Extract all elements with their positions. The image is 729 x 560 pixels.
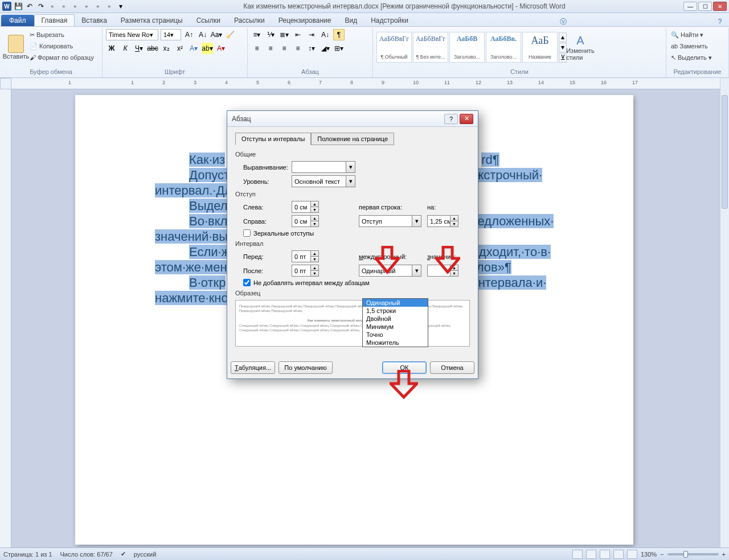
text-effects-icon[interactable]: A▾ (188, 43, 199, 54)
mirror-indents-checkbox[interactable] (243, 229, 251, 237)
tab-layout[interactable]: Разметка страницы (114, 15, 190, 26)
show-marks-icon[interactable]: ¶ (333, 29, 345, 40)
superscript-icon[interactable]: x² (174, 43, 186, 54)
dialog-close-button[interactable]: ✕ (460, 114, 473, 124)
cut-button[interactable]: ✂Вырезать (28, 29, 95, 40)
styles-up-icon[interactable]: ▴ (559, 32, 567, 42)
view-draft-icon[interactable] (627, 550, 637, 559)
qat-btn[interactable]: ▫ (105, 2, 114, 11)
align-right-icon[interactable]: ≡ (279, 43, 290, 54)
borders-icon[interactable]: ⊞▾ (333, 43, 345, 54)
undo-icon[interactable]: ↶ (25, 2, 34, 11)
close-button[interactable]: ✕ (713, 2, 727, 11)
select-button[interactable]: ↖Выделить▾ (670, 52, 725, 63)
replace-button[interactable]: abЗаменить (670, 40, 725, 52)
spin-down-icon[interactable]: ▼ (450, 221, 458, 227)
qat-btn[interactable]: ▫ (71, 2, 80, 11)
copy-button[interactable]: 📄Копировать (28, 40, 95, 52)
qat-more-icon[interactable]: ▾ (116, 2, 125, 11)
tabs-button[interactable]: Табуляция... (231, 361, 275, 374)
zoom-slider[interactable] (667, 553, 719, 555)
qat-btn[interactable]: ▫ (82, 2, 91, 11)
tab-view[interactable]: Вид (338, 15, 364, 26)
dropdown-option[interactable]: Множитель (363, 339, 428, 347)
view-web-icon[interactable] (600, 550, 610, 559)
align-left-icon[interactable]: ≡ (251, 43, 263, 54)
view-full-screen-icon[interactable] (586, 550, 596, 559)
chevron-down-icon[interactable]: ▾ (346, 176, 355, 187)
paste-button[interactable]: Вставить (3, 29, 28, 65)
horizontal-ruler[interactable]: 11234567891011121314151617 (11, 78, 720, 89)
tab-insert[interactable]: Вставка (75, 15, 114, 26)
spin-up-icon[interactable]: ▲ (310, 251, 318, 257)
zoom-handle[interactable] (683, 551, 688, 558)
font-size-combo[interactable]: 14▾ (161, 29, 181, 40)
dropdown-option[interactable]: Одинарный (363, 299, 428, 307)
qat-btn[interactable]: ▫ (93, 2, 103, 11)
format-painter-button[interactable]: 🖌Формат по образцу (28, 52, 95, 63)
shrink-font-icon[interactable]: A↓ (197, 29, 208, 40)
tab-references[interactable]: Ссылки (190, 15, 227, 26)
level-combo[interactable]: Основной текст▾ (292, 175, 355, 187)
status-language[interactable]: русский (134, 551, 156, 558)
minimize-ribbon-icon[interactable]: ⓥ (559, 17, 568, 26)
vertical-ruler[interactable] (0, 89, 11, 547)
grow-font-icon[interactable]: A↑ (183, 29, 195, 40)
spin-up-icon[interactable]: ▲ (450, 216, 458, 221)
zoom-level[interactable]: 130% (641, 551, 657, 558)
spin-up-icon[interactable]: ▲ (310, 216, 318, 221)
underline-icon[interactable]: Ч▾ (133, 43, 145, 54)
dropdown-option[interactable]: Точно (363, 331, 428, 339)
ruler-corner[interactable] (0, 78, 11, 89)
align-center-icon[interactable]: ≡ (265, 43, 276, 54)
decrease-indent-icon[interactable]: ⇤ (292, 29, 304, 40)
style-heading2[interactable]: АаБбВв.Заголово... (486, 32, 521, 63)
highlight-icon[interactable]: ab▾ (202, 43, 213, 54)
styles-down-icon[interactable]: ▾ (559, 43, 567, 52)
set-default-button[interactable]: По умолчанию (279, 361, 333, 374)
qat-btn[interactable]: ▫ (48, 2, 57, 11)
multilevel-icon[interactable]: ≣▾ (279, 29, 290, 40)
spin-down-icon[interactable]: ▼ (310, 221, 318, 227)
shading-icon[interactable]: ◢▾ (320, 43, 331, 54)
first-line-combo[interactable]: Отступ▾ (359, 215, 421, 227)
find-button[interactable]: 🔍Найти▾ (670, 29, 725, 40)
tab-home[interactable]: Главная (34, 14, 75, 26)
spin-down-icon[interactable]: ▼ (310, 257, 318, 262)
font-name-combo[interactable]: Times New Ro▾ (106, 29, 158, 40)
dialog-titlebar[interactable]: Абзац ? ✕ (227, 111, 478, 127)
view-print-layout-icon[interactable] (572, 550, 583, 559)
line-spacing-icon[interactable]: ↕▾ (306, 43, 317, 54)
change-case-icon[interactable]: Aa▾ (211, 29, 222, 40)
vertical-scrollbar[interactable] (720, 78, 729, 547)
first-line-by-spinner[interactable]: 1,25 см▲▼ (427, 215, 458, 227)
spin-up-icon[interactable]: ▲ (310, 265, 318, 271)
numbering-icon[interactable]: ⅟▾ (265, 29, 276, 40)
help-icon[interactable]: ? (715, 17, 724, 26)
dropdown-option[interactable]: Минимум (363, 323, 428, 331)
style-normal[interactable]: АаБбВвГг¶ Обычный (376, 32, 412, 63)
cancel-button[interactable]: Отмена (430, 361, 474, 374)
space-before-spinner[interactable]: 0 пт▲▼ (292, 250, 319, 262)
indent-left-spinner[interactable]: 0 см▲▼ (292, 201, 319, 213)
minimize-button[interactable]: — (683, 2, 697, 11)
font-color-icon[interactable]: A▾ (215, 43, 227, 54)
strike-icon[interactable]: abc (147, 43, 158, 54)
chevron-down-icon[interactable]: ▾ (412, 265, 421, 276)
italic-icon[interactable]: К (120, 43, 131, 54)
spin-down-icon[interactable]: ▼ (310, 271, 318, 276)
status-words[interactable]: Число слов: 67/67 (60, 551, 113, 558)
dialog-tab-indents[interactable]: Отступы и интервалы (235, 133, 311, 145)
qat-btn[interactable]: ▫ (59, 2, 68, 11)
zoom-in-icon[interactable]: + (722, 551, 726, 558)
tab-addins[interactable]: Надстройки (364, 15, 415, 26)
increase-indent-icon[interactable]: ⇥ (306, 29, 317, 40)
change-styles-button[interactable]: A Изменить стили (568, 29, 593, 65)
tab-file[interactable]: Файл (1, 15, 34, 26)
zoom-out-icon[interactable]: − (660, 551, 664, 558)
bullets-icon[interactable]: ≡▾ (251, 29, 263, 40)
style-title[interactable]: АаБНазвание (522, 32, 558, 63)
style-heading1[interactable]: АаБбВЗаголово... (449, 32, 485, 63)
subscript-icon[interactable]: x₂ (161, 43, 172, 54)
alignment-combo[interactable]: ▾ (292, 161, 355, 173)
